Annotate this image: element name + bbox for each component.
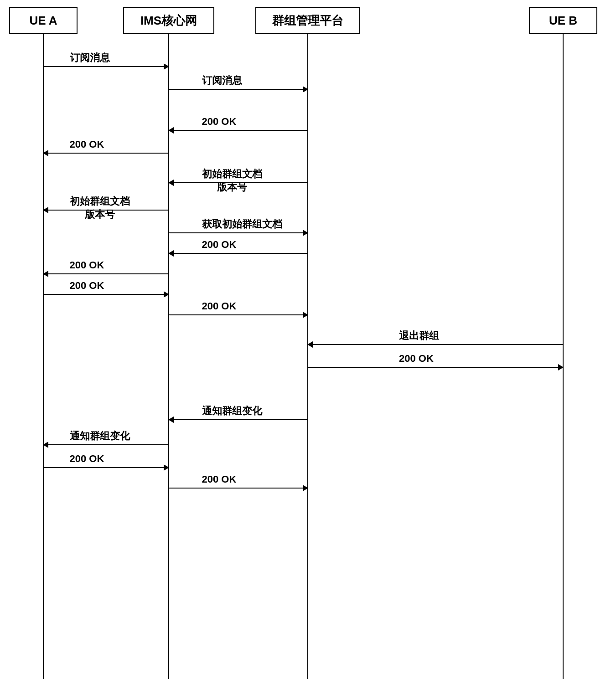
label-msg14: 通知群组变化 (202, 405, 262, 418)
arrow-msg17 (169, 488, 308, 489)
arrow-msg2 (169, 89, 308, 90)
label-msg17: 200 OK (202, 473, 237, 486)
label-msg15: 通知群组变化 (70, 430, 130, 443)
arrow-msg13 (308, 367, 563, 368)
actor-ue-b: UE B (529, 7, 597, 34)
actor-group: 群组管理平台 (255, 7, 360, 34)
arrow-msg11 (169, 314, 308, 315)
arrow-msg8 (169, 253, 308, 254)
label-msg2: 订阅消息 (202, 74, 242, 87)
arrow-msg9 (43, 273, 169, 274)
arrow-msg16 (43, 467, 169, 468)
sequence-diagram: UE AIMS核心网群组管理平台UE B订阅消息订阅消息200 OK200 OK… (0, 0, 616, 679)
arrow-msg3 (169, 130, 308, 131)
arrow-msg1 (43, 66, 169, 67)
lifeline-ue-a (43, 34, 44, 679)
label-msg6a: 初始群组文档 版本号 (70, 195, 130, 221)
label-msg1: 订阅消息 (70, 51, 110, 65)
label-msg10: 200 OK (70, 279, 104, 293)
lifeline-group (307, 34, 308, 679)
lifeline-ue-b (563, 34, 564, 679)
label-msg5a: 初始群组文档 版本号 (202, 168, 262, 194)
label-msg4: 200 OK (70, 138, 104, 151)
arrow-msg10 (43, 294, 169, 295)
label-msg9: 200 OK (70, 259, 104, 272)
label-msg12: 退出群组 (399, 329, 439, 343)
label-msg13: 200 OK (399, 352, 434, 365)
label-msg3: 200 OK (202, 115, 237, 129)
actor-ue-a: UE A (9, 7, 78, 34)
arrow-msg7 (169, 232, 308, 233)
label-msg11: 200 OK (202, 300, 237, 313)
label-msg16: 200 OK (70, 453, 104, 466)
arrow-msg4 (43, 153, 169, 154)
actor-ims: IMS核心网 (123, 7, 214, 34)
arrow-msg12 (308, 344, 563, 345)
arrow-msg14 (169, 419, 308, 420)
arrow-msg15 (43, 444, 169, 445)
label-msg7: 获取初始群组文档 (202, 218, 282, 231)
label-msg8: 200 OK (202, 238, 237, 252)
